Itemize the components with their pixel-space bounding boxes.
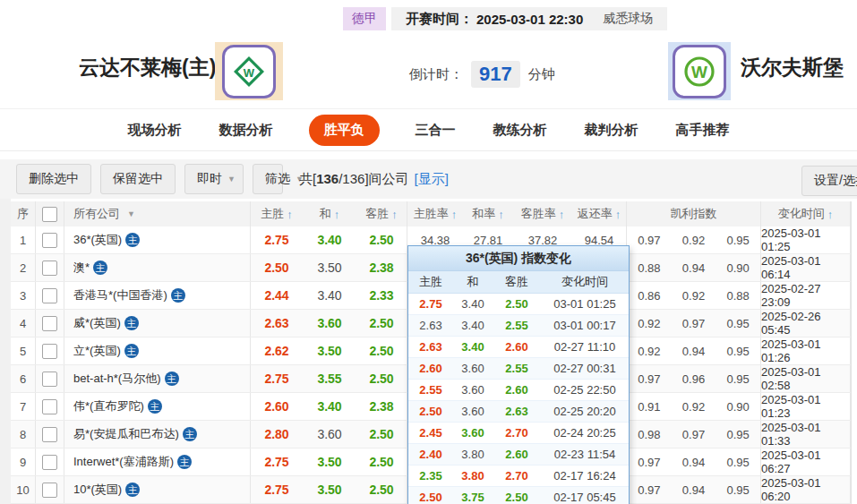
- company-cell[interactable]: bet-at-h*(马尔他)主: [64, 365, 251, 392]
- draw-odds[interactable]: 3.40: [303, 226, 356, 253]
- away-odds[interactable]: 2.33: [356, 282, 407, 309]
- company-cell[interactable]: 易*(安提瓜和巴布达)主: [64, 421, 251, 448]
- svg-text:W: W: [691, 63, 707, 81]
- tab-three-in-one[interactable]: 三合一: [414, 115, 458, 146]
- show-link[interactable]: [显示]: [415, 171, 449, 188]
- row-checkbox[interactable]: [42, 233, 57, 248]
- keep-selected-button[interactable]: 保留选中: [100, 164, 176, 194]
- header-away-odds[interactable]: 客胜↑: [356, 201, 407, 226]
- home-odds[interactable]: 2.75: [251, 226, 303, 253]
- draw-odds[interactable]: 3.55: [303, 365, 356, 392]
- kelly-home: 0.86: [627, 289, 672, 303]
- company-cell[interactable]: 伟*(直布罗陀)主: [64, 393, 251, 420]
- header-company[interactable]: 所有公司 ▼: [64, 201, 251, 226]
- sort-asc-icon: ↑: [498, 208, 504, 221]
- away-odds[interactable]: 2.50: [356, 310, 407, 337]
- away-odds[interactable]: 2.38: [356, 254, 407, 281]
- header-away-rate[interactable]: 客胜率↑: [513, 201, 572, 226]
- tab-win-draw-lose[interactable]: 胜平负: [309, 115, 380, 146]
- header-draw-rate[interactable]: 和率↑: [463, 201, 513, 226]
- company-cell[interactable]: 香港马*(中国香港)主: [64, 282, 251, 309]
- row-checkbox[interactable]: [42, 261, 57, 276]
- away-odds[interactable]: 2.50: [356, 365, 407, 392]
- row-checkbox-cell: [36, 337, 64, 364]
- row-checkbox[interactable]: [42, 316, 57, 331]
- header-change-time[interactable]: 变化时间↑: [761, 201, 851, 226]
- tab-live-analysis[interactable]: 现场分析: [126, 115, 184, 146]
- away-odds[interactable]: 2.50: [356, 226, 407, 253]
- filter-select[interactable]: 筛选 ▼: [253, 164, 283, 194]
- home-team-name: 云达不莱梅(主): [79, 54, 216, 81]
- draw-odds[interactable]: 3.60: [303, 310, 356, 337]
- away-odds[interactable]: 2.50: [356, 448, 407, 475]
- away-odds[interactable]: 2.50: [356, 476, 407, 503]
- kelly-indices: 0.880.940.90: [627, 254, 761, 281]
- tab-referee-analysis[interactable]: 裁判分析: [583, 115, 640, 146]
- kelly-indices: 0.920.940.95: [627, 337, 761, 364]
- header-draw-odds[interactable]: 和↑: [303, 201, 356, 226]
- away-odds[interactable]: 2.50: [356, 421, 407, 448]
- away-team-crest-icon: W: [673, 45, 726, 98]
- kelly-away: 0.90: [716, 400, 760, 414]
- company-cell[interactable]: 立*(英国)主: [64, 337, 251, 364]
- company-cell[interactable]: 澳*主: [64, 254, 251, 281]
- away-odds[interactable]: 2.50: [356, 337, 407, 364]
- header-return-rate[interactable]: 返还率↑: [572, 201, 627, 226]
- company-cell[interactable]: 36*(英国)主: [64, 226, 251, 253]
- draw-odds[interactable]: 3.40: [303, 393, 356, 420]
- popup-away-odds: 2.60: [493, 448, 541, 461]
- table-left-margin: [0, 199, 11, 504]
- realtime-select[interactable]: 即时 ▼: [184, 164, 244, 194]
- row-checkbox[interactable]: [42, 483, 57, 498]
- popup-row: 2.603.602.5502-27 00:31: [408, 358, 629, 380]
- header-kelly: 凯利指数: [627, 201, 761, 226]
- row-checkbox-cell: [36, 310, 64, 337]
- tab-data-analysis[interactable]: 数据分析: [218, 115, 275, 146]
- home-odds[interactable]: 2.80: [251, 421, 303, 448]
- popup-home-odds: 2.45: [408, 426, 453, 440]
- row-checkbox[interactable]: [42, 344, 57, 359]
- home-odds[interactable]: 2.60: [251, 393, 303, 420]
- draw-odds[interactable]: 3.50: [303, 476, 356, 503]
- header-home-odds[interactable]: 主胜↑: [251, 201, 303, 226]
- company-cell[interactable]: 10*(英国)主: [64, 476, 251, 503]
- row-checkbox[interactable]: [42, 372, 57, 387]
- tab-expert-recommend[interactable]: 高手推荐: [674, 115, 732, 146]
- draw-odds[interactable]: 3.50: [303, 448, 356, 475]
- row-checkbox-cell: [36, 282, 64, 309]
- company-cell[interactable]: Interwet*(塞浦路斯)主: [64, 448, 251, 475]
- change-time: 2025-02-27 23:09: [761, 282, 851, 309]
- home-odds[interactable]: 2.62: [251, 337, 303, 364]
- home-odds[interactable]: 2.63: [251, 310, 303, 337]
- tab-coach-analysis[interactable]: 教练分析: [492, 115, 549, 146]
- sort-asc-icon: ↑: [615, 208, 621, 221]
- row-checkbox[interactable]: [42, 288, 57, 303]
- countdown-unit: 分钟: [528, 66, 555, 83]
- draw-odds[interactable]: 3.40: [303, 282, 356, 309]
- popup-change-time: 02-17 05:45: [541, 491, 629, 504]
- home-odds[interactable]: 2.50: [251, 254, 303, 281]
- kelly-home: 0.98: [627, 428, 672, 441]
- select-all-checkbox[interactable]: [42, 207, 57, 222]
- delete-selected-button[interactable]: 删除选中: [16, 164, 91, 194]
- row-checkbox[interactable]: [42, 455, 57, 470]
- company-name: bet-at-h*(马尔他): [73, 371, 161, 387]
- draw-odds[interactable]: 3.60: [303, 421, 356, 448]
- league-badge[interactable]: 德甲: [343, 7, 386, 30]
- row-checkbox[interactable]: [42, 399, 57, 414]
- home-odds[interactable]: 2.44: [251, 282, 303, 309]
- settings-select-button[interactable]: 设置/选择: [801, 166, 857, 196]
- kelly-indices: 0.970.920.95: [627, 226, 761, 253]
- company-cell[interactable]: 威*(英国)主: [64, 310, 251, 337]
- home-odds[interactable]: 2.75: [251, 448, 303, 475]
- home-odds[interactable]: 2.75: [251, 365, 303, 392]
- popup-draw-odds: 3.75: [453, 491, 493, 504]
- header-home-rate[interactable]: 主胜率↑: [407, 201, 463, 226]
- draw-odds[interactable]: 3.50: [303, 254, 356, 281]
- draw-odds[interactable]: 3.50: [303, 337, 356, 364]
- home-odds[interactable]: 2.75: [251, 476, 303, 503]
- kelly-draw: 0.97: [672, 428, 716, 441]
- kelly-home: 0.97: [627, 456, 672, 469]
- row-checkbox[interactable]: [42, 427, 57, 442]
- away-odds[interactable]: 2.38: [356, 393, 407, 420]
